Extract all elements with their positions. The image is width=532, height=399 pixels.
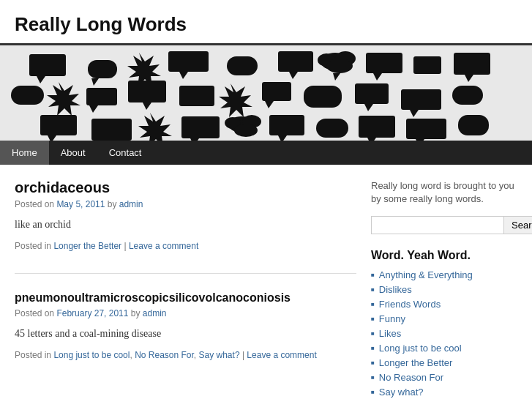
- svg-rect-30: [304, 86, 342, 108]
- site-title: Really Long Words: [15, 13, 517, 36]
- svg-rect-54: [458, 115, 489, 135]
- svg-marker-51: [367, 138, 376, 141]
- link-friends[interactable]: Friends Words: [379, 299, 441, 310]
- post-2-title[interactable]: pneumonoultramicroscopicsilicovolcanocon…: [15, 291, 291, 304]
- search-button[interactable]: Search: [504, 216, 532, 234]
- post-1-meta: Posted on May 5, 2011 by admin: [15, 199, 356, 209]
- svg-marker-37: [48, 135, 56, 141]
- post-2-author[interactable]: admin: [143, 308, 167, 318]
- post-2-footer: Posted in Long just to be cool, No Reaso…: [15, 350, 356, 360]
- svg-rect-47: [269, 115, 304, 135]
- svg-rect-50: [359, 116, 395, 138]
- svg-rect-20: [11, 86, 44, 105]
- post-1-author[interactable]: admin: [119, 199, 143, 209]
- svg-rect-15: [366, 53, 402, 73]
- main-content: orchidaceous Posted on May 5, 2011 by ad…: [15, 179, 356, 399]
- banner-image: [0, 45, 532, 141]
- svg-rect-8: [278, 51, 313, 72]
- link-long-cool[interactable]: Long just to be cool: [379, 343, 462, 354]
- link-funny[interactable]: Funny: [379, 313, 405, 324]
- svg-marker-1: [37, 76, 45, 83]
- svg-marker-9: [289, 72, 298, 79]
- svg-rect-5: [168, 51, 209, 72]
- link-no-reason[interactable]: No Reason For: [379, 372, 443, 383]
- svg-marker-14: [333, 73, 340, 81]
- svg-rect-7: [227, 56, 258, 75]
- svg-rect-35: [452, 86, 483, 105]
- svg-marker-40: [138, 113, 172, 141]
- list-item: Longer the Better: [371, 357, 517, 368]
- post-1-footer: Posted in Longer the Better | Leave a co…: [15, 241, 356, 251]
- post-2-leave-comment[interactable]: Leave a comment: [247, 350, 316, 360]
- post-1-content: like an orchid: [15, 217, 356, 232]
- link-dislikes[interactable]: Dislikes: [379, 284, 412, 295]
- widget-list: Anything & Everything Dislikes Friends W…: [371, 269, 517, 399]
- word-widget: Word. Yeah Word. Anything & Everything D…: [371, 249, 517, 399]
- widget-title: Word. Yeah Word.: [371, 249, 517, 262]
- svg-marker-42: [190, 138, 199, 141]
- nav-home[interactable]: Home: [0, 141, 49, 165]
- svg-marker-6: [179, 72, 188, 79]
- svg-rect-36: [40, 115, 77, 135]
- post-2-date[interactable]: February 27, 2011: [56, 308, 128, 318]
- svg-rect-28: [262, 82, 291, 101]
- list-item: Dislikes: [371, 284, 517, 295]
- list-item: Likes: [371, 328, 517, 339]
- post-2-cat3[interactable]: Say what?: [199, 350, 240, 360]
- svg-rect-41: [181, 116, 220, 138]
- link-say-what[interactable]: Say what?: [379, 387, 424, 398]
- svg-rect-33: [401, 89, 441, 110]
- svg-marker-16: [373, 73, 382, 81]
- svg-marker-25: [143, 102, 151, 110]
- post-2-cat1[interactable]: Long just to be cool: [53, 350, 130, 360]
- post-1-leave-comment[interactable]: Leave a comment: [129, 241, 198, 251]
- svg-marker-29: [265, 101, 274, 108]
- list-item: Say what?: [371, 387, 517, 398]
- svg-rect-38: [91, 119, 132, 141]
- link-anything[interactable]: Anything & Everything: [379, 269, 473, 280]
- link-likes[interactable]: Likes: [379, 328, 401, 339]
- svg-marker-19: [465, 75, 473, 82]
- svg-rect-49: [316, 119, 348, 138]
- sidebar-tagline: Really long word is brought to you by so…: [371, 179, 517, 206]
- main-nav: Home About Contact: [0, 141, 532, 165]
- nav-contact[interactable]: Contact: [97, 141, 154, 165]
- list-item: Anything & Everything: [371, 269, 517, 280]
- search-widget: Search: [371, 216, 517, 234]
- post-1-date[interactable]: May 5, 2011: [56, 199, 105, 209]
- svg-marker-34: [410, 110, 419, 117]
- svg-point-46: [234, 124, 258, 137]
- post-1-title[interactable]: orchidaceous: [15, 179, 110, 195]
- svg-rect-2: [88, 60, 117, 78]
- nav-about[interactable]: About: [49, 141, 97, 165]
- svg-marker-21: [47, 82, 80, 116]
- post-divider: [15, 273, 356, 274]
- svg-marker-48: [278, 135, 287, 141]
- svg-point-13: [326, 59, 353, 73]
- search-input[interactable]: [371, 216, 504, 234]
- post-2-content: 45 letters and a coal-mining disease: [15, 326, 356, 341]
- list-item: Funny: [371, 313, 517, 324]
- post-1: orchidaceous Posted on May 5, 2011 by ad…: [15, 179, 356, 251]
- svg-rect-0: [29, 54, 66, 76]
- post-2-meta: Posted on February 27, 2011 by admin: [15, 308, 356, 318]
- sidebar: Really long word is brought to you by so…: [371, 179, 517, 399]
- post-2: pneumonoultramicroscopicsilicovolcanocon…: [15, 288, 356, 360]
- list-item: No Reason For: [371, 372, 517, 383]
- svg-marker-32: [364, 104, 373, 111]
- svg-rect-17: [413, 56, 441, 74]
- svg-rect-31: [355, 83, 389, 104]
- svg-rect-22: [86, 88, 117, 105]
- svg-rect-18: [454, 53, 490, 75]
- link-longer[interactable]: Longer the Better: [379, 357, 452, 368]
- list-item: Friends Words: [371, 299, 517, 310]
- svg-rect-26: [179, 86, 214, 106]
- post-1-cat1[interactable]: Longer the Better: [53, 241, 121, 251]
- svg-marker-23: [89, 105, 98, 113]
- svg-marker-3: [91, 78, 99, 86]
- list-item: Long just to be cool: [371, 343, 517, 354]
- svg-rect-52: [406, 119, 446, 139]
- svg-marker-27: [219, 83, 252, 117]
- post-2-cat2[interactable]: No Reason For: [135, 350, 194, 360]
- svg-rect-24: [128, 81, 166, 102]
